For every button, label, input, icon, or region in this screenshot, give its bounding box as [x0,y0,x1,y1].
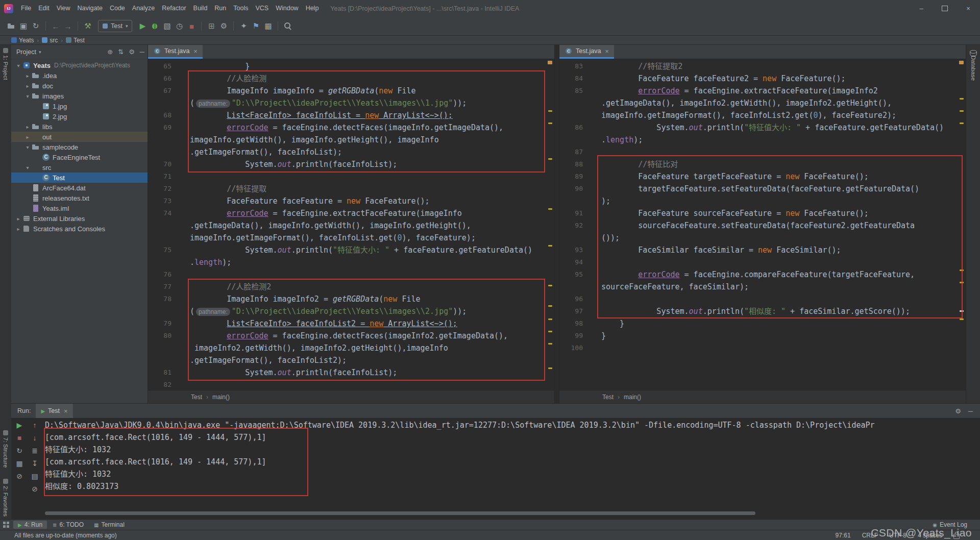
breadcrumb-method[interactable]: main() [624,394,641,401]
code-line[interactable]: 77 //人脸检测2 [148,281,554,293]
run-settings-icon[interactable]: ⚙ [955,407,961,415]
menu-window[interactable]: Window [272,0,302,17]
open-folder-icon[interactable] [5,20,17,32]
code-area[interactable]: 83 //特征提取284 FaceFeature faceFeature2 = … [559,59,966,390]
tree-item-scratches-and-consoles[interactable]: ▸Scratches and Consoles [11,224,148,234]
line-number[interactable]: 92 [559,219,590,232]
warning-stripe-mark[interactable] [548,110,552,112]
console-horizontal-scrollbar[interactable] [45,511,755,515]
editor-pane-right[interactable]: Test.java × 83 //特征提取284 FaceFeature fac… [559,45,966,403]
line-number[interactable]: 84 [559,72,590,85]
line-number[interactable]: 81 [148,366,179,379]
line-number[interactable]: 96 [559,293,590,305]
code-line[interactable]: 72 //特征提取 [148,183,554,195]
project-panel-title[interactable]: Project [16,48,36,56]
close-button[interactable]: × [957,0,980,17]
line-number[interactable]: 91 [559,207,590,219]
breadcrumb-item-yeats[interactable]: Yeats [11,37,34,44]
breadcrumb-class[interactable]: Test [602,394,614,401]
line-number[interactable]: 97 [559,305,590,317]
code-line[interactable]: imageInfo.getImageFormat(), faceInfoList… [559,109,966,121]
close-tab-icon[interactable]: × [605,47,609,55]
tree-item-doc[interactable]: ▸doc [11,81,148,91]
code-line[interactable]: (pathname:"D:\\Project\\ideaProject\\Yea… [148,305,554,317]
code-line[interactable]: ); [559,195,966,207]
panel-settings-icon[interactable]: ⚙ [129,48,135,56]
stop-icon[interactable]: ■ [17,434,21,442]
run-icon[interactable]: ▶ [136,20,149,32]
line-number[interactable] [148,219,179,232]
menu-analyze[interactable]: Analyze [129,0,158,17]
restore-button[interactable] [933,0,957,17]
stripe-button-1-project[interactable]: 1: Project [0,48,11,80]
breadcrumb-method[interactable]: main() [212,394,230,401]
code-line[interactable]: 93 FaceSimilar faceSimilar = new FaceSim… [559,244,966,256]
breadcrumb-item-test[interactable]: Test [66,37,85,44]
search-icon[interactable] [282,20,294,32]
code-line[interactable]: .getImageFormat(), faceInfoList); [148,146,554,158]
tree-item-yeats-iml[interactable]: Yeats.iml [11,203,148,213]
tree-item-test[interactable]: Test [11,173,148,183]
code-line[interactable]: sourceFaceFeature, faceSimilar); [559,281,966,293]
code-line[interactable]: 66 //人脸检测 [148,72,554,85]
code-line[interactable]: 89 FaceFeature targetFaceFeature = new F… [559,170,966,183]
clear-icon[interactable]: ⊘ [16,472,22,480]
clear-all-icon[interactable]: ⊘ [32,485,38,493]
code-line[interactable]: 85 errorCode = faceEngine.extractFaceFea… [559,85,966,97]
line-number[interactable]: 67 [148,85,179,97]
code-line[interactable]: 76 [148,268,554,281]
line-number[interactable] [148,97,179,109]
chevron-down-icon[interactable]: ▾ [39,50,41,55]
warning-stripe-mark[interactable] [960,110,964,112]
synchronize-icon[interactable]: ↻ [30,20,42,32]
tree-item-releasenotes-txt[interactable]: releasenotes.txt [11,193,148,203]
line-number[interactable]: 90 [559,183,590,195]
menu-vcs[interactable]: VCS [252,0,272,17]
line-number[interactable]: 80 [148,330,179,342]
chevron-right-icon[interactable]: ▸ [14,226,22,232]
line-number[interactable] [559,281,590,293]
code-area[interactable]: 65 }66 //人脸检测67 ImageInfo imageInfo = ge… [148,59,554,390]
warning-stripe-mark[interactable] [548,245,552,247]
code-line[interactable]: .length); [559,134,966,146]
inspection-status-icon[interactable] [548,61,552,64]
code-line[interactable]: 78 ImageInfo imageInfo2 = getRGBData(new… [148,293,554,305]
code-line[interactable]: 98 } [559,317,966,330]
stripe-button-2-favorites[interactable]: 2: Favorites [0,479,11,517]
code-line[interactable]: .getImageData(), imageInfo.getWidth(), i… [148,219,554,232]
tool-button-4-run[interactable]: ▶4: Run [13,521,47,529]
stripe-button-database[interactable]: Database [966,49,980,81]
inspection-status-icon[interactable] [959,61,964,64]
code-line[interactable]: 84 FaceFeature faceFeature2 = new FaceFe… [559,72,966,85]
editor-pane-left[interactable]: Test.java × 65 }66 //人脸检测67 ImageInfo im… [148,45,554,403]
chevron-down-icon[interactable]: ▾ [23,144,32,150]
line-number[interactable]: 69 [148,121,179,134]
line-number[interactable] [559,109,590,121]
line-number[interactable] [148,305,179,317]
warning-stripe-mark[interactable] [548,367,552,369]
editor-split-divider[interactable] [554,45,559,403]
lock-icon[interactable] [953,534,960,539]
tree-item-external-libraries[interactable]: ▸External Libraries [11,213,148,224]
code-line[interactable]: imageInfo2.getWidth(), imageInfo2.getHei… [148,342,554,354]
line-number[interactable]: 65 [148,60,179,72]
tree-item-arcface64-dat[interactable]: ArcFace64.dat [11,183,148,193]
collapse-all-icon[interactable]: ⇅ [118,48,124,56]
warning-stripe-mark[interactable] [960,318,964,320]
print-icon[interactable]: ▤ [31,472,38,480]
line-number[interactable]: 88 [559,158,590,170]
line-number[interactable]: 72 [148,183,179,195]
line-number[interactable]: 85 [559,85,590,97]
flag-icon[interactable]: ⚑ [250,20,262,32]
warning-stripe-mark[interactable] [548,122,552,124]
code-line[interactable]: 65 } [148,60,554,72]
code-line[interactable]: ()); [559,232,966,244]
line-number[interactable] [148,256,179,268]
rerun-icon[interactable]: ▶ [17,421,22,429]
line-number[interactable]: 73 [148,195,179,207]
code-line[interactable]: 90 targetFaceFeature.setFeatureData(face… [559,183,966,195]
menu-file[interactable]: File [17,0,35,17]
code-line[interactable]: 83 //特征提取2 [559,60,966,72]
restart-icon[interactable]: ↻ [16,447,22,455]
code-line[interactable]: 81 System.out.println(faceInfoList); [148,366,554,379]
